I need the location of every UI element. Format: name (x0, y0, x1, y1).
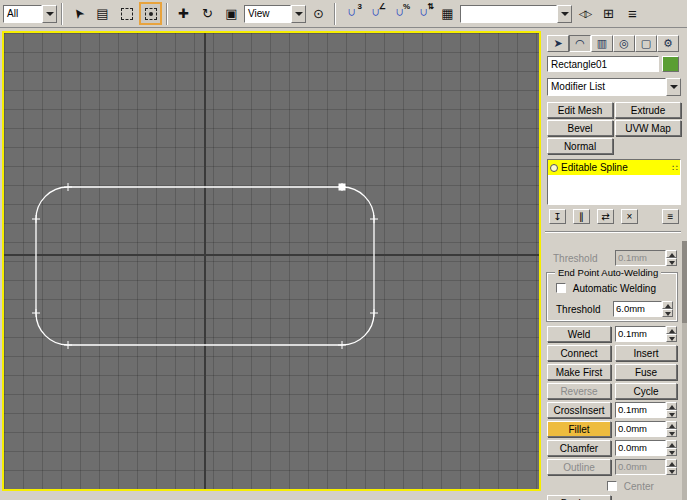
select-by-name-button[interactable]: ▤ (91, 2, 114, 25)
object-name-field[interactable]: Rectangle01 (547, 56, 659, 72)
fillet-value[interactable]: 0.0mm (615, 421, 666, 437)
outline-value[interactable]: 0.0mm (615, 459, 666, 475)
spinner-up-icon[interactable] (662, 301, 673, 309)
top-viewport[interactable] (2, 31, 541, 491)
spinner-up-icon[interactable] (666, 402, 677, 410)
dropdown-arrow-icon[interactable] (291, 5, 306, 23)
angle-snap-button[interactable]: ∩∠ (364, 2, 387, 25)
sub-object-levels-icon[interactable]: ∷ (672, 163, 678, 173)
ref-coord-value[interactable]: View (244, 5, 291, 23)
named-selection-sets-value[interactable] (460, 5, 557, 23)
percent-snap-button[interactable]: ∩% (388, 2, 411, 25)
select-and-scale-button[interactable]: ▣ (220, 2, 243, 25)
motion-tab-icon: ◎ (619, 37, 629, 50)
toolbar-separator (166, 3, 168, 25)
window-crossing-toggle-button[interactable] (139, 2, 162, 25)
dropdown-arrow-icon[interactable] (42, 5, 57, 23)
edit-named-selections-button[interactable]: ▦ (436, 2, 459, 25)
panel-scrollbar[interactable] (682, 241, 687, 500)
align-button[interactable]: ⊞ (597, 2, 620, 25)
remove-modifier-button[interactable]: × (621, 209, 638, 224)
window-crossing-icon (145, 8, 157, 20)
automatic-welding-checkbox[interactable] (556, 283, 566, 293)
spinner-up-icon[interactable] (666, 459, 677, 467)
spinner-up-icon[interactable] (666, 326, 677, 334)
select-and-rotate-button[interactable]: ↻ (196, 2, 219, 25)
make-first-button[interactable]: Make First (547, 364, 611, 380)
angle-snap-label: ∠ (379, 2, 386, 11)
fuse-button[interactable]: Fuse (615, 364, 677, 380)
auto-weld-threshold-value[interactable]: 6.0mm (613, 301, 662, 317)
weld-value[interactable]: 0.1mm (615, 326, 666, 342)
chamfer-value[interactable]: 0.0mm (615, 440, 666, 456)
modifier-list-value[interactable]: Modifier List (547, 78, 666, 96)
spinner-up-icon[interactable] (666, 440, 677, 448)
modifier-list-dropdown[interactable]: Modifier List (547, 78, 681, 96)
spinner-down-icon[interactable] (666, 258, 677, 266)
spinner-up-icon[interactable] (666, 250, 677, 258)
selection-filter-value[interactable]: All (3, 5, 42, 23)
selected-vertex-marker[interactable] (339, 184, 346, 191)
stack-item-editable-spline[interactable]: Editable Spline ∷ (548, 160, 680, 175)
insert-button[interactable]: Insert (615, 345, 677, 361)
spline-outline[interactable] (36, 187, 374, 345)
object-color-swatch[interactable] (662, 56, 679, 72)
spinner-down-icon[interactable] (662, 309, 673, 317)
mirror-button[interactable]: ◁▷ (573, 2, 596, 25)
dropdown-arrow-icon[interactable] (666, 78, 681, 96)
tab-create[interactable]: ➤ (547, 35, 569, 52)
boolean-button[interactable]: Boolean (547, 495, 611, 500)
spinner-down-icon[interactable] (666, 410, 677, 418)
tab-display[interactable]: ▢ (635, 35, 657, 52)
tab-motion[interactable]: ◎ (613, 35, 635, 52)
make-unique-button[interactable]: ⇄ (597, 209, 614, 224)
tab-utilities[interactable]: ⚙ (657, 35, 679, 52)
chamfer-button[interactable]: Chamfer (547, 440, 611, 456)
tab-hierarchy[interactable]: ▥ (591, 35, 613, 52)
cross-insert-button[interactable]: CrossInsert (547, 402, 611, 418)
configure-modifier-sets-button[interactable]: ≡ (662, 209, 679, 224)
spinner-down-icon[interactable] (666, 334, 677, 342)
spinner-down-icon[interactable] (666, 467, 677, 475)
show-end-result-button[interactable]: ∥ (573, 209, 590, 224)
connect-button[interactable]: Connect (547, 345, 611, 361)
modifier-button-extrude[interactable]: Extrude (615, 102, 681, 118)
named-selection-sets-dropdown[interactable] (460, 5, 572, 23)
use-pivot-center-button[interactable]: ⊙ (307, 2, 330, 25)
percent-snap-label: % (403, 2, 410, 11)
spinner-down-icon[interactable] (666, 448, 677, 456)
modifier-button-bevel[interactable]: Bevel (547, 120, 613, 136)
rectangular-selection-region-button[interactable] (115, 2, 138, 25)
dropdown-arrow-icon[interactable] (557, 5, 572, 23)
threshold-top-value[interactable]: 0.1mm (615, 250, 666, 266)
modifier-stack[interactable]: Editable Spline ∷ (547, 159, 681, 205)
lightbulb-icon[interactable] (550, 164, 558, 172)
modifier-button-normal[interactable]: Normal (547, 138, 613, 154)
fillet-button[interactable]: Fillet (547, 421, 611, 437)
reverse-button[interactable]: Reverse (547, 383, 611, 399)
modifier-button-uvw-map[interactable]: UVW Map (615, 120, 681, 136)
cycle-button[interactable]: Cycle (615, 383, 677, 399)
spinner-up-icon[interactable] (666, 421, 677, 429)
modifier-button-edit-mesh[interactable]: Edit Mesh (547, 102, 613, 118)
panel-scrollbar-thumb[interactable] (682, 241, 687, 323)
tab-modify[interactable]: ◠ (569, 35, 591, 52)
spline-vertex-ticks[interactable] (32, 183, 378, 349)
layers-button[interactable]: ≡ (621, 2, 644, 25)
selection-filter-dropdown[interactable]: All (3, 5, 57, 23)
select-object-button[interactable]: ➤ (67, 2, 90, 25)
pin-stack-button[interactable]: ↧ (549, 209, 566, 224)
rectangle-spline[interactable] (4, 33, 539, 489)
snap-toggle-3d-button[interactable]: ∩3 (340, 2, 363, 25)
spinner-buttons (666, 402, 677, 418)
command-panel-tabs: ➤ ◠ ▥ ◎ ▢ ⚙ (547, 35, 679, 52)
center-checkbox[interactable] (607, 481, 617, 491)
stack-item-label[interactable]: Editable Spline (561, 162, 669, 173)
cross-insert-value[interactable]: 0.1mm (615, 402, 666, 418)
select-and-move-button[interactable]: ✚ (172, 2, 195, 25)
reference-coordinate-system-dropdown[interactable]: View (244, 5, 306, 23)
spinner-snap-button[interactable]: ∩⇅ (412, 2, 435, 25)
weld-button[interactable]: Weld (547, 326, 611, 342)
spinner-down-icon[interactable] (666, 429, 677, 437)
outline-button[interactable]: Outline (547, 459, 611, 475)
